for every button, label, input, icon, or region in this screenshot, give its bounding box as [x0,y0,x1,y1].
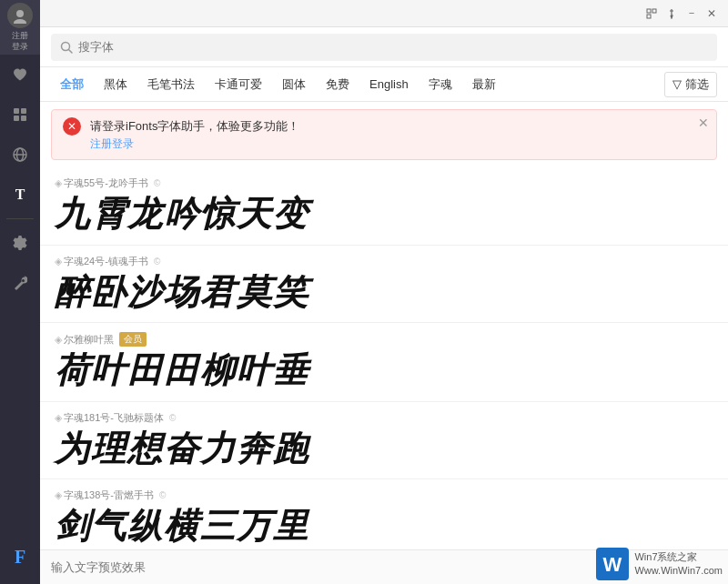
font-item-header-0: ◈字魂55号-龙吟手书 © [55,176,713,190]
font-copy-icon-1: © [154,257,160,267]
svg-point-1 [14,19,26,24]
filter-tabs: 全部 黑体 毛笔书法 卡通可爱 圆体 免费 English 字魂 最新 ▽ 筛选 [40,67,728,102]
filter-button[interactable]: ▽ 筛选 [664,72,717,97]
window-close-btn[interactable]: ✕ [703,5,721,23]
svg-rect-11 [647,15,651,18]
font-preview-4: 剑气纵横三万里 [55,506,713,548]
tab-soul[interactable]: 字魂 [420,73,461,96]
main-content: － ✕ 全部 黑体 毛笔书法 卡通可爱 圆体 免费 English 字魂 最新 … [40,0,728,584]
tab-all[interactable]: 全部 [51,73,93,96]
font-preview-3: 为理想奋力奔跑 [55,428,713,470]
sidebar-item-wrench[interactable] [0,263,40,303]
sidebar-brand-icon: F [0,537,40,577]
font-item-2[interactable]: ◈尔雅柳叶黑 会员 荷叶田田柳叶垂 [40,323,728,402]
notif-close-btn[interactable]: ✕ [698,116,709,130]
font-copy-icon-0: © [154,178,160,188]
window-minibox-btn[interactable] [642,5,661,23]
font-item-header-3: ◈字魂181号-飞驰标题体 © [55,411,713,425]
font-preview-2: 荷叶田田柳叶垂 [55,350,713,392]
font-preview-0: 九霄龙吟惊天变 [55,194,713,236]
tab-free[interactable]: 免费 [317,73,359,96]
svg-line-13 [69,49,73,53]
font-name-3: ◈字魂181号-飞驰标题体 [55,411,164,425]
tab-cartoon[interactable]: 卡通可爱 [206,73,271,96]
font-copy-icon-4: © [159,490,166,500]
notif-text: 请登录iFonts字体助手，体验更多功能！ [90,119,299,133]
sidebar-divider [6,218,34,219]
window-minimize-btn[interactable]: － [682,5,701,23]
sidebar-item-heart[interactable] [0,55,40,95]
sidebar: 注册 登录 T [0,0,40,584]
filter-icon: ▽ [672,77,682,91]
font-item-0[interactable]: ◈字魂55号-龙吟手书 © 九霄龙吟惊天变 [40,167,728,246]
tab-brush[interactable]: 毛笔书法 [138,73,204,96]
tab-english[interactable]: English [360,74,418,95]
search-input[interactable] [78,40,708,54]
tab-heiti[interactable]: 黑体 [95,73,136,96]
svg-rect-9 [647,9,651,13]
svg-point-0 [16,10,24,17]
font-name-1: ◈字魂24号-镇魂手书 [55,255,148,268]
vip-badge-2: 会员 [119,332,147,347]
user-avatar-section[interactable]: 注册 登录 [0,0,40,55]
sidebar-item-grid[interactable] [0,95,40,135]
watermark: W Win7系统之家 Www.WinWin7.com [596,548,723,580]
watermark-logo: W [596,548,629,580]
titlebar: － ✕ [40,0,728,27]
notification-bar: ✕ 请登录iFonts字体助手，体验更多功能！ 注册登录 ✕ [51,109,717,160]
notif-content: 请登录iFonts字体助手，体验更多功能！ 注册登录 [90,117,299,152]
font-item-header-4: ◈字魂138号-雷燃手书 © [55,488,713,502]
font-item-header-2: ◈尔雅柳叶黑 会员 [55,332,713,347]
sidebar-login-text: 注册 登录 [12,31,28,52]
sidebar-item-globe[interactable] [0,135,40,175]
font-name-0: ◈字魂55号-龙吟手书 [55,176,148,190]
svg-rect-2 [14,108,19,114]
font-name-2: ◈尔雅柳叶黑 [55,333,114,347]
search-input-wrap[interactable] [51,34,717,61]
avatar [7,3,33,28]
font-item-4[interactable]: ◈字魂138号-雷燃手书 © 剑气纵横三万里 [40,479,728,549]
font-item-1[interactable]: ◈字魂24号-镇魂手书 © 醉卧沙场君莫笑 [40,246,728,324]
sidebar-item-font[interactable]: T [0,175,40,215]
font-item-header-1: ◈字魂24号-镇魂手书 © [55,255,713,268]
searchbar [40,27,728,67]
search-icon [60,41,73,54]
watermark-text: Win7系统之家 Www.WinWin7.com [634,550,723,579]
svg-rect-3 [21,108,26,114]
notif-error-icon: ✕ [63,117,81,136]
font-copy-icon-3: © [169,413,176,423]
font-item-3[interactable]: ◈字魂181号-飞驰标题体 © 为理想奋力奔跑 [40,402,728,480]
svg-text:W: W [603,553,622,576]
filter-label: 筛选 [685,76,709,93]
font-name-4: ◈字魂138号-雷燃手书 [55,488,154,502]
tab-new[interactable]: 最新 [463,73,505,96]
tab-round[interactable]: 圆体 [273,73,315,96]
svg-rect-4 [14,116,19,121]
svg-rect-10 [652,9,656,13]
font-list: ◈字魂55号-龙吟手书 © 九霄龙吟惊天变 ◈字魂24号-镇魂手书 © 醉卧沙场… [40,164,728,549]
sidebar-item-settings[interactable] [0,223,40,263]
notif-register-link[interactable]: 注册登录 [90,136,299,152]
window-pin-btn[interactable] [662,5,681,23]
font-preview-1: 醉卧沙场君莫笑 [55,272,713,314]
svg-rect-5 [21,116,26,121]
